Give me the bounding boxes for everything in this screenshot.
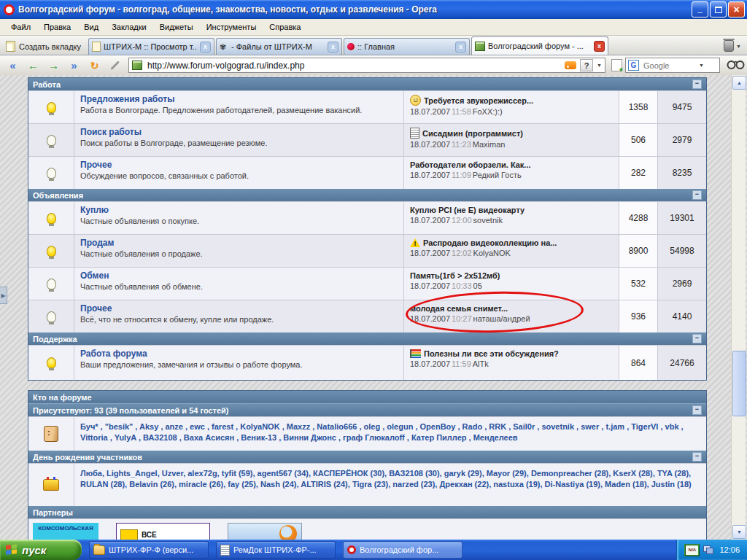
address-bar[interactable]: ? ▼ [128, 58, 605, 73]
last-post-link[interactable]: молодая семья снимет... [410, 304, 508, 313]
restore-button[interactable] [710, 1, 727, 18]
help-button[interactable]: ? [580, 59, 593, 71]
birthdays-list[interactable]: Люба, Lights_Angel, Uzver, alex72g, tyfi… [74, 464, 706, 506]
chevron-down-icon[interactable]: ▼ [699, 63, 704, 68]
reload-button[interactable]: ↻ [85, 57, 104, 74]
collapse-section-button[interactable] [692, 79, 702, 89]
collapse-section-button[interactable] [692, 334, 702, 343]
last-post-link[interactable]: Требуется звукорежиссер... [424, 96, 533, 105]
chevron-down-icon[interactable]: ▼ [597, 63, 602, 68]
panel-toggle-arrow[interactable]: ▶ [0, 287, 7, 304]
tab-close-icon[interactable]: x [200, 42, 211, 52]
rss-feed-icon[interactable] [565, 61, 576, 69]
last-post-link[interactable]: Полезны ли все эти обсуждения? [424, 349, 559, 358]
window-titlebar: Волгоградский форум - волгоград, общение… [0, 0, 747, 19]
forum-link[interactable]: Обмен [80, 271, 398, 281]
collapse-section-button[interactable] [692, 452, 702, 462]
last-post-user[interactable]: Редкий Гость [473, 171, 522, 179]
collapse-section-button[interactable] [692, 190, 702, 200]
document-favicon-icon [92, 42, 101, 52]
no-new-posts-lamp-icon [47, 168, 56, 179]
online-users-list[interactable]: Буч* , "besik" , Aksy , anze , ewc , far… [74, 417, 706, 451]
menu-help[interactable]: Справка [263, 20, 307, 34]
no-new-posts-lamp-icon [47, 311, 56, 322]
forum-index-table: Работа Предложения работы Работа в Волго… [28, 77, 707, 381]
scroll-up-arrow[interactable]: ▲ [732, 76, 746, 90]
last-post-time: 11:09 [452, 171, 471, 179]
last-post-link[interactable]: Распродаю видеоколлекцию на... [423, 238, 557, 247]
find-binoculars-icon[interactable] [727, 59, 746, 71]
forum-link[interactable]: Предложения работы [80, 94, 398, 104]
network-tray-icon[interactable] [703, 545, 713, 554]
rewind-button[interactable]: « [3, 57, 23, 74]
tab-close-icon[interactable]: x [594, 41, 605, 52]
folder-icon [93, 545, 105, 555]
present-users-header: Присутствуют: 93 (39 пользователей и 54 … [28, 403, 706, 416]
last-post-link[interactable]: Память(1гб > 2х512мб) [410, 271, 500, 280]
taskbar-task-remdok[interactable]: РемДок ШТРИХ-ФР-... [216, 541, 336, 559]
back-button[interactable]: ← [23, 57, 43, 74]
forum-link[interactable]: Поиск работы [80, 127, 398, 137]
tab-shtrih-view[interactable]: ШТРИХ-М :: Просмотр т... x [88, 38, 214, 55]
start-button[interactable]: пуск [0, 540, 82, 560]
scrollbar-thumb[interactable] [732, 351, 746, 416]
taskbar-task-opera-forum[interactable]: Волгоградский фор... [343, 541, 462, 559]
close-button[interactable] [728, 1, 745, 18]
posts-count: 4140 [658, 300, 706, 332]
antivirus-tray-icon[interactable]: N/A [684, 544, 700, 556]
last-post-user[interactable]: KolyaNOK [473, 249, 511, 257]
collapse-section-button[interactable] [692, 405, 702, 415]
forum-link[interactable]: Работа форума [80, 349, 398, 359]
no-new-posts-lamp-icon [47, 279, 56, 289]
last-post-date: 18.07.2007 [410, 216, 450, 225]
last-post-user[interactable]: sovetnik [473, 216, 503, 225]
online-users-row: Буч* , "besik" , Aksy , anze , ewc , far… [28, 416, 706, 451]
tab-volgograd-forum[interactable]: Волгоградский форум - ... x [471, 36, 608, 55]
tab-close-icon[interactable]: x [328, 42, 338, 52]
last-post-user[interactable]: AlTk [473, 359, 489, 368]
menu-edit[interactable]: Правка [37, 20, 77, 34]
search-input[interactable] [642, 61, 696, 71]
new-tab-button[interactable]: Создать вкладку [0, 41, 88, 55]
taskbar-clock[interactable]: 12:06 [719, 545, 740, 554]
closed-tabs-trash-button[interactable]: ▼ [724, 40, 741, 52]
topics-count: 936 [619, 300, 658, 332]
forum-link[interactable]: Прочее [80, 303, 398, 314]
tab-close-icon[interactable]: x [455, 42, 466, 52]
forum-link[interactable]: Продам [80, 238, 398, 248]
menu-bar: Файл Правка Вид Закладки Виджеты Инструм… [0, 19, 747, 36]
last-post-link[interactable]: Работодатели оборзели. Как... [410, 160, 531, 169]
address-input[interactable] [146, 60, 561, 71]
last-post-link[interactable]: Сисадмин (программист) [422, 129, 523, 138]
fast-forward-button[interactable]: » [64, 57, 84, 74]
last-post-user[interactable]: 05 [473, 281, 482, 290]
forum-link[interactable]: Прочее [80, 160, 398, 170]
birthdays-header: День рождения участников [28, 451, 706, 463]
menu-bookmarks[interactable]: Закладки [105, 20, 153, 34]
topics-count: 506 [619, 124, 658, 156]
last-post-date: 18.07.2007 [410, 140, 450, 149]
forum-row: Обмен Частные объявления об обмене. Памя… [28, 267, 706, 300]
minimize-button[interactable] [692, 1, 708, 18]
add-bookmark-icon[interactable] [611, 59, 622, 71]
tab-shtrih-files[interactable]: ✾ - Файлы от ШТРИХ-М x [216, 38, 342, 55]
last-post-user[interactable]: FoXX:):) [473, 107, 503, 116]
tab-glavnaya[interactable]: :: Главная x [344, 38, 470, 55]
taskbar-task-shtrih-folder[interactable]: ШТРИХ-ФР-Ф (верси... [89, 541, 209, 559]
forward-button[interactable]: → [44, 57, 63, 74]
last-post-link[interactable]: Куплю PCI (не Е) видеокарту [410, 206, 525, 214]
last-post-time: 10:33 [452, 281, 472, 290]
menu-widgets[interactable]: Виджеты [153, 20, 200, 34]
new-posts-lamp-icon [47, 246, 56, 257]
menu-file[interactable]: Файл [4, 20, 37, 34]
chevron-down-icon: ▼ [736, 44, 741, 49]
last-post-user[interactable]: Maximan [473, 140, 506, 149]
forum-link[interactable]: Куплю [80, 205, 398, 215]
scroll-down-arrow[interactable]: ▼ [732, 525, 746, 539]
vertical-scrollbar[interactable]: ▲ ▼ [731, 75, 746, 540]
menu-tools[interactable]: Инструменты [200, 20, 263, 34]
menu-view[interactable]: Вид [77, 20, 105, 34]
last-post-user[interactable]: наташа/андрей [473, 314, 530, 323]
search-box[interactable]: G ▼ [625, 58, 720, 73]
note-pencil-button[interactable] [105, 57, 125, 74]
